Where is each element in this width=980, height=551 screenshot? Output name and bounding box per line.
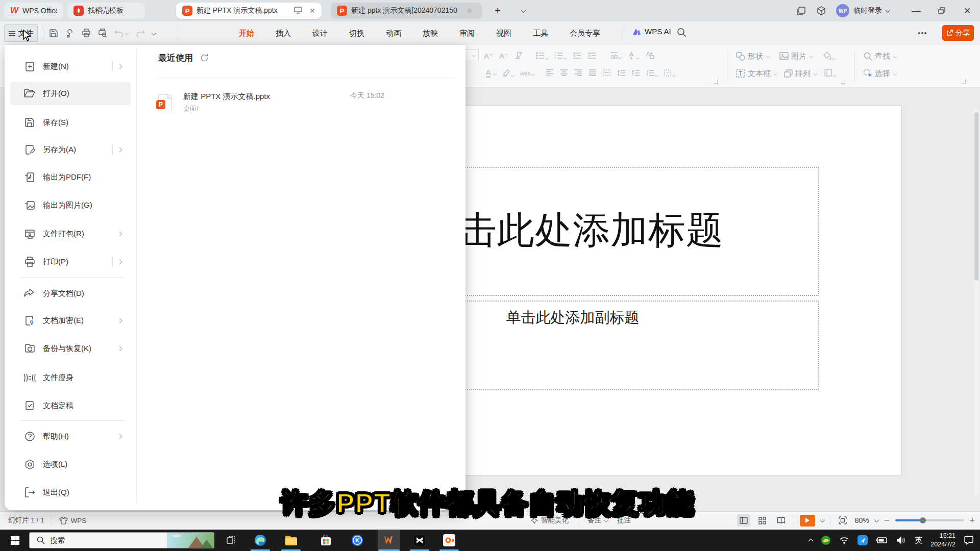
wps-app-button[interactable]: [378, 530, 400, 551]
shapes-button[interactable]: 形状: [736, 52, 769, 61]
distribute-text-icon[interactable]: [603, 69, 611, 78]
bullet-list-icon[interactable]: [536, 52, 548, 61]
start-button[interactable]: [4, 530, 26, 551]
file-menu-item-export-pdf[interactable]: 输出为PDF(F): [10, 165, 131, 189]
search-icon[interactable]: [677, 28, 687, 39]
tab-docer-templates[interactable]: 找稻壳模板: [67, 3, 145, 19]
file-menu-item-save-as[interactable]: 另存为(A): [10, 138, 131, 161]
file-menu-item-options[interactable]: 选项(L): [10, 453, 131, 476]
paragraph-settings-icon[interactable]: [664, 69, 675, 78]
account-menu[interactable]: 临时登录: [853, 6, 890, 15]
dialog-launcher-icon[interactable]: [841, 80, 845, 84]
select-button[interactable]: 选择: [864, 69, 896, 79]
line-spacing-icon[interactable]: [646, 69, 657, 78]
taskbar-search[interactable]: 搜索: [29, 532, 214, 548]
file-menu-item-encrypt[interactable]: 文档加密(E): [10, 309, 131, 332]
tab-list-chevron[interactable]: [517, 4, 530, 17]
zoom-chevron[interactable]: [874, 517, 879, 522]
slide-sorter-view-icon[interactable]: [756, 514, 769, 527]
present-mode-icon[interactable]: [294, 7, 302, 15]
increase-font-icon[interactable]: A⁺: [484, 52, 493, 61]
taskbar-clock[interactable]: 15:21 2024/7/2: [930, 532, 955, 549]
tab-design[interactable]: 设计: [312, 29, 328, 38]
format-painter-icon[interactable]: [65, 29, 75, 38]
tab-insert[interactable]: 插入: [276, 29, 291, 38]
font-color-icon[interactable]: A: [486, 69, 491, 78]
file-menu-item-new[interactable]: 新建(N): [10, 55, 131, 78]
zoom-out-button[interactable]: −: [884, 518, 890, 523]
ime-indicator[interactable]: 英: [915, 536, 922, 545]
cloud-app-tray-icon[interactable]: [857, 535, 868, 545]
vertical-scrollbar[interactable]: [974, 108, 979, 496]
dialog-launcher-icon[interactable]: [714, 80, 718, 84]
more-options-icon[interactable]: •••: [918, 29, 927, 37]
justify-icon[interactable]: [589, 69, 597, 78]
print-icon[interactable]: [82, 29, 91, 38]
close-window-button[interactable]: ✕: [961, 4, 974, 17]
multi-window-icon[interactable]: [794, 4, 807, 17]
restore-button[interactable]: [935, 4, 948, 17]
file-explorer-button[interactable]: [280, 530, 302, 551]
decrease-indent-icon[interactable]: [573, 52, 581, 61]
file-menu-item-slim[interactable]: 文件瘦身: [10, 366, 131, 389]
tab-tools[interactable]: 工具: [533, 29, 548, 38]
k-app-button[interactable]: K: [346, 530, 369, 551]
tray-expand-chevron[interactable]: [809, 536, 813, 545]
file-menu-item-open[interactable]: 打开(O): [10, 82, 131, 105]
phonetic-guide-icon[interactable]: wén: [520, 70, 534, 77]
recent-file-row[interactable]: P 新建 PPTX 演示文稿.pptx 桌面/ 今天 15:02: [158, 87, 454, 118]
numbered-list-icon[interactable]: [554, 52, 567, 61]
play-slideshow-button[interactable]: [800, 515, 815, 527]
picture-button[interactable]: 图片: [779, 52, 813, 61]
skin-button[interactable]: WPS: [59, 517, 87, 524]
arrange-button[interactable]: 排列: [784, 69, 817, 79]
file-menu-item-finalize[interactable]: 文档定稿: [10, 394, 131, 417]
tab-wps-home[interactable]: W WPS Office: [4, 3, 63, 19]
textbox-button[interactable]: 文本框: [736, 69, 777, 79]
zoom-slider[interactable]: [895, 519, 964, 521]
file-menu-item-export-image[interactable]: 输出为图片(G): [10, 193, 131, 217]
refresh-icon[interactable]: [200, 54, 209, 62]
task-view-button[interactable]: [220, 530, 241, 551]
normal-view-icon[interactable]: [737, 514, 750, 527]
reading-view-icon[interactable]: [775, 514, 788, 527]
zoom-slider-thumb[interactable]: [920, 517, 926, 523]
tab-document-active[interactable]: P 新建 PPTX 演示文稿.pptx ✕: [176, 3, 322, 19]
clear-format-icon[interactable]: [514, 52, 523, 61]
file-menu-item-backup[interactable]: 备份与恢复(K): [10, 337, 131, 360]
notification-center-icon[interactable]: [964, 536, 974, 545]
security-tray-icon[interactable]: [821, 535, 831, 545]
increase-indent-icon[interactable]: [587, 52, 596, 61]
share-button[interactable]: 分享: [942, 25, 974, 41]
tab-home[interactable]: 开始: [239, 29, 254, 38]
fit-slide-icon[interactable]: [836, 514, 849, 527]
avatar[interactable]: WP: [836, 4, 849, 17]
align-right-icon[interactable]: [574, 69, 582, 78]
file-menu-button[interactable]: 文件: [4, 24, 38, 42]
scrollbar-thumb[interactable]: [974, 112, 978, 281]
shape-fill-icon[interactable]: [823, 52, 835, 61]
file-menu-item-print[interactable]: 打印(P): [10, 250, 131, 273]
align-left-icon[interactable]: [546, 69, 554, 78]
undo-icon[interactable]: [114, 29, 129, 37]
ms-store-button[interactable]: [314, 530, 337, 551]
tab-transition[interactable]: 切换: [349, 29, 364, 38]
tab-document-unsaved[interactable]: P 新建 pptx 演示文稿[20240702150: [331, 3, 482, 19]
line-spacing-up-icon[interactable]: [617, 69, 625, 78]
customize-toolbar-chevron[interactable]: [152, 29, 156, 38]
tab-member[interactable]: 会员专享: [570, 29, 600, 38]
minimize-button[interactable]: —: [910, 4, 923, 17]
highlight-color-icon[interactable]: [502, 69, 514, 78]
redo-icon[interactable]: [136, 29, 145, 37]
tab-view[interactable]: 视图: [496, 29, 511, 38]
dialog-launcher-icon[interactable]: [962, 80, 966, 84]
wifi-icon[interactable]: [839, 536, 849, 544]
zoom-level[interactable]: 80%: [855, 516, 869, 524]
convert-text-icon[interactable]: [645, 52, 654, 61]
file-menu-item-exit[interactable]: 退出(Q): [10, 481, 131, 504]
file-menu-item-package[interactable]: 文件打包(R): [10, 222, 131, 245]
close-tab-icon[interactable]: ✕: [309, 7, 315, 15]
file-menu-item-help[interactable]: 帮助(H): [10, 424, 131, 448]
find-button[interactable]: 查找: [864, 52, 896, 61]
text-direction-icon[interactable]: [627, 52, 639, 61]
